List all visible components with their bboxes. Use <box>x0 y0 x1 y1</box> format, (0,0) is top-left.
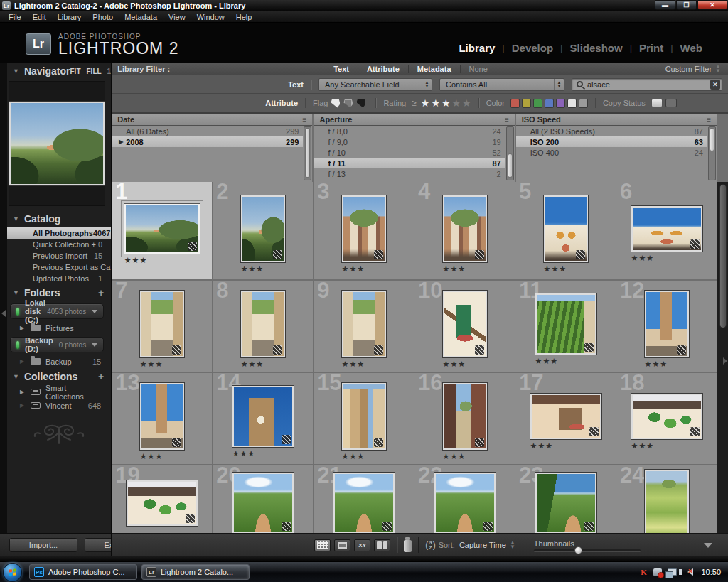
clear-search-icon[interactable]: ✕ <box>710 80 720 90</box>
grid-cell-9[interactable]: 9★★★ <box>314 281 414 372</box>
module-slideshow[interactable]: Slideshow <box>569 42 622 54</box>
search-icon[interactable] <box>577 81 583 87</box>
menu-file[interactable]: File <box>9 13 21 21</box>
network-icon[interactable] <box>668 568 677 576</box>
grid-cell-18[interactable]: 18★★★ <box>616 373 717 464</box>
volume-backup-d-[interactable]: Backup (D:)0 photos <box>10 337 104 352</box>
flag-unflagged-icon[interactable] <box>343 99 353 108</box>
rating-star-icon[interactable]: ★ <box>452 97 461 109</box>
grid-cell-19[interactable]: 19 <box>112 465 212 533</box>
folder-item-pictures[interactable]: ▶Pictures <box>7 321 111 335</box>
keyword-badge-icon[interactable] <box>374 345 383 355</box>
filter-tab-none[interactable]: None <box>461 65 496 73</box>
collection-item-smart-collections[interactable]: ▶Smart Collections <box>7 385 111 399</box>
photo-thumbnail[interactable] <box>124 204 200 254</box>
module-print[interactable]: Print <box>639 42 663 54</box>
keyword-badge-icon[interactable] <box>186 514 195 523</box>
navigator-zoom-1-1[interactable]: 1:1 <box>107 68 112 75</box>
collapse-right-icon[interactable] <box>723 357 727 365</box>
metadata-value-row[interactable]: All (2 ISO Speeds)87 <box>516 126 707 136</box>
keyword-badge-icon[interactable] <box>273 345 282 355</box>
grid-cell-14[interactable]: 14★★★ <box>213 373 313 464</box>
navigator-zoom-fill[interactable]: FILL <box>87 68 102 75</box>
import-button[interactable]: Import... <box>9 538 77 552</box>
photo-thumbnail[interactable] <box>127 480 198 526</box>
minimize-button[interactable]: ▬ <box>655 0 675 10</box>
grid-cell-1[interactable]: 1★★★ <box>112 182 212 279</box>
grid-cell-7[interactable]: 7★★★ <box>112 281 212 372</box>
flag-rejected-icon[interactable] <box>356 99 365 108</box>
photo-thumbnail[interactable] <box>342 195 386 262</box>
catalog-item-all-photographs[interactable]: All Photographs4067 <box>7 227 111 239</box>
column-scrollbar[interactable] <box>708 126 716 180</box>
grid-cell-22[interactable]: 22 <box>414 465 515 533</box>
module-develop[interactable]: Develop <box>512 42 553 54</box>
keyword-badge-icon[interactable] <box>172 438 181 447</box>
chevron-down-icon[interactable] <box>92 310 97 313</box>
metadata-value-row[interactable]: f / 132 <box>314 168 505 179</box>
photo-thumbnail[interactable] <box>333 473 395 534</box>
color-swatch-2[interactable] <box>533 99 542 108</box>
taskbar-clock[interactable]: 10:50 <box>701 568 721 576</box>
photo-thumbnail[interactable] <box>645 291 689 357</box>
photo-thumbnail[interactable] <box>645 470 689 534</box>
filter-tab-text[interactable]: Text <box>325 65 358 73</box>
grid-cell-3[interactable]: 3★★★ <box>314 182 414 279</box>
catalog-item-updated-photos[interactable]: Updated Photos1 <box>7 273 111 284</box>
copy-status-original-icon[interactable] <box>665 99 677 107</box>
grid-cell-6[interactable]: 6★★★ <box>616 182 717 279</box>
compare-view-button[interactable]: XY <box>354 539 370 551</box>
keyword-badge-icon[interactable] <box>374 250 383 259</box>
grid-cell-24[interactable]: 24 <box>616 465 717 533</box>
catalog-item-previous-export-as-catalog[interactable]: Previous Export as Catalog4 <box>7 262 111 273</box>
painter-spray-icon[interactable] <box>404 540 412 552</box>
keyword-badge-icon[interactable] <box>584 343 594 352</box>
taskbar-button-lightroom[interactable]: Lr Lightroom 2 Catalo... <box>141 564 250 580</box>
grid-view-button[interactable] <box>314 539 331 551</box>
column-scrollbar[interactable] <box>304 126 311 180</box>
left-panel-edge[interactable] <box>0 63 7 556</box>
expand-triangle-icon[interactable]: ▶ <box>20 389 26 395</box>
keyword-badge-icon[interactable] <box>273 250 282 259</box>
grid-cell-20[interactable]: 20 <box>213 465 313 533</box>
column-scrollbar-thumb[interactable] <box>305 128 310 178</box>
catalog-item-quick-collection-[interactable]: Quick Collection +0 <box>7 239 111 250</box>
keyword-badge-icon[interactable] <box>475 438 484 447</box>
keyword-badge-icon[interactable] <box>475 345 484 355</box>
metadata-value-row[interactable]: f / 9,019 <box>314 136 505 147</box>
thumbnail-size-slider[interactable] <box>534 549 641 551</box>
column-menu-icon[interactable]: ≡ <box>303 116 307 124</box>
color-swatch-6[interactable] <box>579 99 588 108</box>
color-swatch-4[interactable] <box>556 99 565 108</box>
grid-cell-15[interactable]: 15★★★ <box>314 373 414 464</box>
grid-cell-8[interactable]: 8★★★ <box>213 281 313 372</box>
keyword-badge-icon[interactable] <box>576 250 585 259</box>
copy-status-copied-icon[interactable] <box>651 99 663 107</box>
grid-cell-21[interactable]: 21 <box>314 465 414 533</box>
rating-operator[interactable]: ≥ <box>412 98 417 108</box>
sort-value-select[interactable]: Capture Time ▲▼ <box>459 541 515 549</box>
expand-triangle-icon[interactable]: ▶ <box>20 325 26 331</box>
photo-thumbnail[interactable] <box>535 473 596 534</box>
photo-thumbnail[interactable] <box>443 195 487 262</box>
photo-thumbnail[interactable] <box>140 291 184 357</box>
keyword-badge-icon[interactable] <box>282 435 291 444</box>
keyword-badge-icon[interactable] <box>188 242 197 251</box>
menu-window[interactable]: Window <box>197 13 225 21</box>
module-web[interactable]: Web <box>680 42 702 54</box>
menu-edit[interactable]: Edit <box>33 13 46 21</box>
antivirus-icon[interactable]: K <box>638 567 648 577</box>
rating-star-icon[interactable]: ★ <box>462 97 471 109</box>
add-folder-icon[interactable]: + <box>98 287 104 298</box>
taskbar-button-photoshop[interactable]: Ps Adobe Photoshop C... <box>29 564 137 580</box>
grid-cell-10[interactable]: 10★★★ <box>414 281 515 372</box>
photo-thumbnail[interactable] <box>241 291 285 357</box>
folders-header[interactable]: ▼ Folders + <box>7 284 111 301</box>
keyword-badge-icon[interactable] <box>690 427 700 436</box>
search-mode-select[interactable]: Contains All ▲▼ <box>439 78 564 91</box>
menu-view[interactable]: View <box>168 13 186 21</box>
slider-thumb[interactable] <box>574 546 582 554</box>
rating-star-icon[interactable]: ★ <box>441 97 451 109</box>
navigator-header[interactable]: ▼ Navigator FITFILL1:11:3▲▼ <box>7 63 111 80</box>
expand-triangle-icon[interactable]: ▶ <box>20 358 26 365</box>
